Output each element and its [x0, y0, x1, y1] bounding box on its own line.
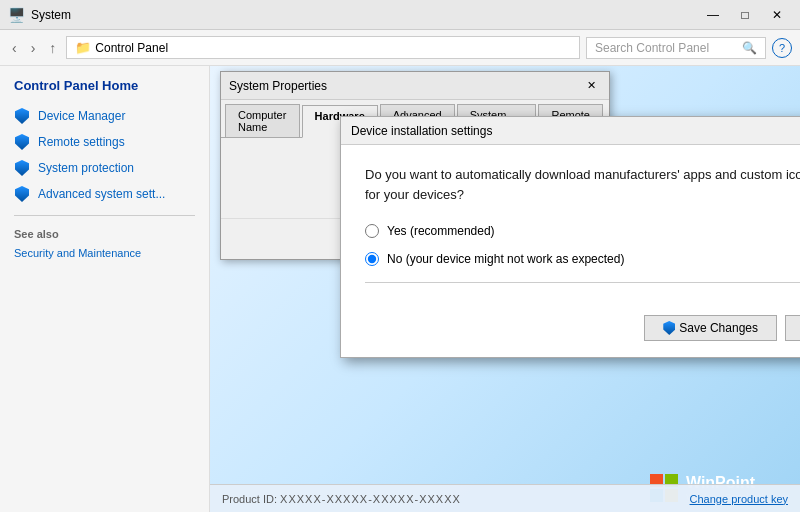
- address-path[interactable]: 📁 Control Panel: [66, 36, 580, 59]
- security-maintenance-link[interactable]: Security and Maintenance: [0, 244, 209, 262]
- product-id: Product ID: XXXXX-XXXXX-XXXXX-XXXXX: [222, 493, 461, 505]
- title-bar-controls: — □ ✕: [698, 5, 792, 25]
- folder-icon: 📁: [75, 40, 91, 55]
- close-button[interactable]: ✕: [762, 5, 792, 25]
- dev-dialog-footer: Save Changes Cancel: [341, 315, 800, 357]
- sidebar-item-remote-settings[interactable]: Remote settings: [0, 129, 209, 155]
- sys-props-title: System Properties: [229, 79, 327, 93]
- sidebar-item-system-protection[interactable]: System protection: [0, 155, 209, 181]
- sidebar-divider: [14, 215, 195, 216]
- title-bar: 🖥️ System — □ ✕: [0, 0, 800, 30]
- dev-dialog-title: Device installation settings: [351, 124, 492, 138]
- title-bar-left: 🖥️ System: [8, 7, 71, 23]
- dev-dialog-separator: [365, 282, 800, 283]
- sidebar-item-device-manager[interactable]: Device Manager: [0, 103, 209, 129]
- see-also-label: See also: [0, 224, 209, 244]
- shield-icon-4: [14, 186, 30, 202]
- radio-no[interactable]: [365, 252, 379, 266]
- radio-option-no: No (your device might not work as expect…: [365, 252, 800, 266]
- sys-props-titlebar: System Properties ✕: [221, 72, 609, 100]
- main-layout: Control Panel Home Device Manager Remote…: [0, 66, 800, 512]
- save-shield-icon: [663, 321, 675, 335]
- sidebar-label-device-manager: Device Manager: [38, 109, 125, 123]
- sidebar-label-advanced-system: Advanced system sett...: [38, 187, 165, 201]
- sys-props-close-button[interactable]: ✕: [581, 77, 601, 95]
- sidebar-item-advanced-system[interactable]: Advanced system sett...: [0, 181, 209, 207]
- path-text: Control Panel: [95, 41, 168, 55]
- dev-dialog-body: Do you want to automatically download ma…: [341, 145, 800, 315]
- bottom-bar: Product ID: XXXXX-XXXXX-XXXXX-XXXXX Chan…: [210, 484, 800, 512]
- search-icon: 🔍: [742, 41, 757, 55]
- back-button[interactable]: ‹: [8, 38, 21, 58]
- radio-yes[interactable]: [365, 224, 379, 238]
- forward-button[interactable]: ›: [27, 38, 40, 58]
- search-placeholder: Search Control Panel: [595, 41, 709, 55]
- system-icon: 🖥️: [8, 7, 25, 23]
- device-installation-dialog: Device installation settings ✕ Do you wa…: [340, 116, 800, 358]
- radio-no-label: No (your device might not work as expect…: [387, 252, 624, 266]
- search-box[interactable]: Search Control Panel 🔍: [586, 37, 766, 59]
- window-title: System: [31, 8, 71, 22]
- tab-computer-name[interactable]: Computer Name: [225, 104, 300, 137]
- sidebar-label-system-protection: System protection: [38, 161, 134, 175]
- content-area: s10 System Properties ✕ Computer Name Ha…: [210, 66, 800, 512]
- shield-icon-1: [14, 108, 30, 124]
- shield-icon-3: [14, 160, 30, 176]
- save-changes-button[interactable]: Save Changes: [644, 315, 777, 341]
- help-button[interactable]: ?: [772, 38, 792, 58]
- sidebar: Control Panel Home Device Manager Remote…: [0, 66, 210, 512]
- shield-icon-2: [14, 134, 30, 150]
- radio-option-yes: Yes (recommended): [365, 224, 800, 238]
- sidebar-label-remote-settings: Remote settings: [38, 135, 125, 149]
- maximize-button[interactable]: □: [730, 5, 760, 25]
- dev-dialog-question: Do you want to automatically download ma…: [365, 165, 800, 204]
- up-button[interactable]: ↑: [45, 38, 60, 58]
- dev-dialog-titlebar: Device installation settings ✕: [341, 117, 800, 145]
- cancel-button[interactable]: Cancel: [785, 315, 800, 341]
- address-bar: ‹ › ↑ 📁 Control Panel Search Control Pan…: [0, 30, 800, 66]
- radio-yes-label: Yes (recommended): [387, 224, 495, 238]
- minimize-button[interactable]: —: [698, 5, 728, 25]
- save-changes-label: Save Changes: [679, 321, 758, 335]
- change-product-key-link[interactable]: Change product key: [690, 493, 788, 505]
- sidebar-title[interactable]: Control Panel Home: [0, 78, 209, 103]
